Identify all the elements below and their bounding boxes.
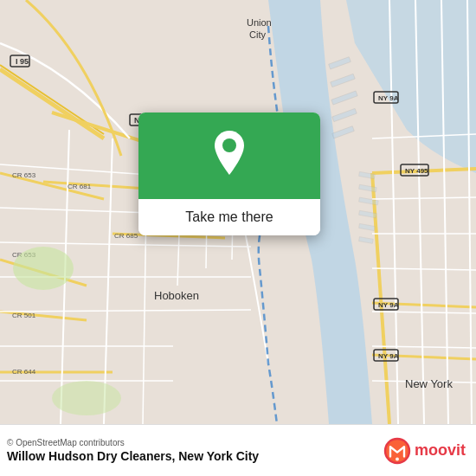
svg-text:CR 501: CR 501 (12, 312, 36, 319)
svg-text:NY 9A: NY 9A (378, 352, 399, 360)
svg-point-58 (13, 247, 74, 290)
svg-text:I 95: I 95 (16, 57, 29, 66)
popup-header (138, 113, 320, 199)
svg-point-59 (52, 381, 121, 415)
svg-text:CR 653: CR 653 (12, 171, 36, 179)
map-container: I 95 NJ 3 CR 653 CR 653 CR 681 CR 685 CR… (0, 0, 476, 424)
svg-text:CR 644: CR 644 (12, 368, 36, 376)
svg-text:CR 685: CR 685 (114, 232, 138, 240)
pin-icon (209, 131, 250, 181)
svg-text:NY 9A: NY 9A (378, 301, 399, 309)
svg-point-63 (396, 457, 399, 460)
svg-text:Hoboken: Hoboken (154, 289, 199, 302)
svg-text:NY 495: NY 495 (405, 167, 428, 175)
svg-text:Union: Union (247, 17, 272, 28)
moovit-logo: moovit (383, 437, 466, 465)
svg-point-60 (222, 138, 236, 152)
svg-text:City: City (249, 29, 266, 40)
bottom-info: © OpenStreetMap contributors Willow Huds… (7, 438, 259, 463)
location-name: Willow Hudson Dry Cleaners, New York Cit… (7, 449, 259, 463)
svg-text:New York: New York (405, 377, 453, 390)
bottom-bar: © OpenStreetMap contributors Willow Huds… (0, 424, 476, 476)
popup-card: Take me there (138, 113, 320, 235)
moovit-text: moovit (415, 441, 466, 460)
svg-text:CR 681: CR 681 (68, 183, 92, 190)
svg-text:NY 9A: NY 9A (378, 94, 399, 102)
moovit-icon (383, 437, 411, 465)
attribution-text: © OpenStreetMap contributors (7, 438, 259, 447)
take-me-there-button[interactable]: Take me there (138, 199, 320, 235)
